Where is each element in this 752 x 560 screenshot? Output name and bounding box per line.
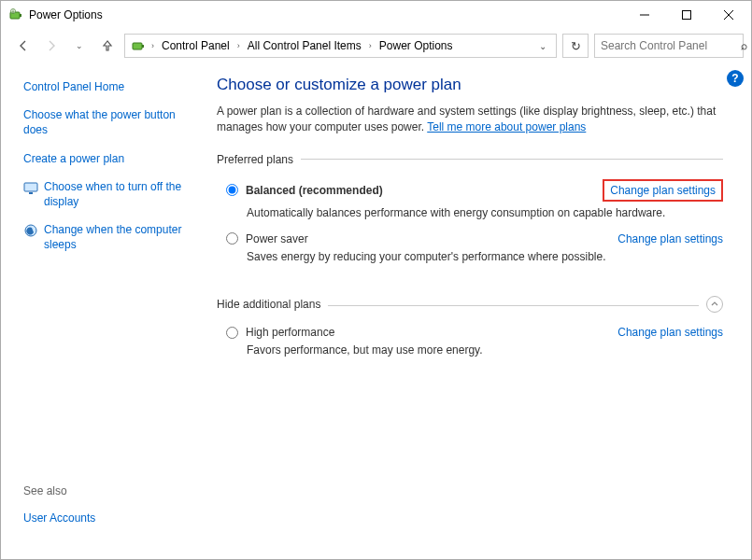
title-bar: Power Options bbox=[1, 1, 751, 29]
chevron-right-icon[interactable]: › bbox=[149, 41, 156, 50]
control-panel-home-link[interactable]: Control Panel Home bbox=[23, 79, 189, 94]
window-title: Power Options bbox=[29, 8, 623, 21]
sidebar: Control Panel Home Choose what the power… bbox=[1, 63, 202, 560]
plan-balanced-label[interactable]: Balanced (recommended) bbox=[246, 184, 383, 197]
sidebar-link-turn-off-display[interactable]: Choose when to turn off the display bbox=[44, 179, 189, 209]
address-bar[interactable]: › Control Panel › All Control Panel Item… bbox=[124, 34, 557, 58]
see-also-heading: See also bbox=[23, 484, 189, 497]
power-options-icon bbox=[8, 7, 23, 22]
change-plan-settings-balanced[interactable]: Change plan settings bbox=[603, 179, 723, 202]
chevron-right-icon[interactable]: › bbox=[235, 41, 242, 50]
close-button[interactable] bbox=[707, 2, 749, 29]
plan-balanced-radio[interactable] bbox=[226, 184, 238, 196]
change-plan-settings-powersaver[interactable]: Change plan settings bbox=[617, 232, 723, 245]
breadcrumb-power-options[interactable]: Power Options bbox=[376, 37, 457, 54]
svg-rect-10 bbox=[29, 192, 33, 194]
plan-powersaver: Power saver Change plan settings Saves e… bbox=[217, 229, 723, 273]
plan-highperf-label[interactable]: High performance bbox=[246, 326, 334, 339]
sidebar-link-user-accounts[interactable]: User Accounts bbox=[23, 511, 189, 525]
page-description: A power plan is a collection of hardware… bbox=[217, 104, 723, 136]
plan-powersaver-desc: Saves energy by reducing your computer's… bbox=[226, 245, 723, 265]
refresh-button[interactable]: ↻ bbox=[562, 34, 589, 58]
display-off-icon bbox=[23, 180, 38, 195]
plan-powersaver-radio[interactable] bbox=[226, 232, 238, 245]
change-plan-settings-highperf[interactable]: Change plan settings bbox=[617, 326, 723, 339]
sidebar-link-computer-sleeps[interactable]: Change when the computer sleeps bbox=[44, 222, 189, 252]
collapse-additional-plans-button[interactable] bbox=[706, 296, 723, 313]
nav-row: ⌄ › Control Panel › All Control Panel It… bbox=[1, 29, 751, 63]
svg-rect-1 bbox=[20, 14, 21, 17]
back-button[interactable] bbox=[12, 35, 35, 57]
page-heading: Choose or customize a power plan bbox=[217, 76, 723, 94]
preferred-plans-group: Preferred plans Balanced (recommended) C… bbox=[217, 153, 723, 280]
plan-balanced-desc: Automatically balances performance with … bbox=[226, 202, 723, 221]
recent-locations-button[interactable]: ⌄ bbox=[68, 35, 91, 57]
maximize-button[interactable] bbox=[665, 2, 707, 29]
breadcrumb-control-panel[interactable]: Control Panel bbox=[158, 37, 234, 54]
plan-highperf-radio[interactable] bbox=[226, 327, 238, 339]
address-icon bbox=[131, 38, 146, 53]
additional-plans-group: Hide additional plans High performance C… bbox=[217, 296, 723, 373]
chevron-right-icon[interactable]: › bbox=[367, 41, 374, 50]
preferred-plans-legend: Preferred plans bbox=[217, 153, 301, 166]
minimize-button[interactable] bbox=[623, 2, 665, 29]
hide-additional-plans-legend: Hide additional plans bbox=[217, 298, 328, 311]
forward-button[interactable] bbox=[40, 35, 63, 57]
svg-rect-4 bbox=[682, 11, 690, 20]
svg-rect-7 bbox=[133, 43, 142, 49]
plan-balanced: Balanced (recommended) Change plan setti… bbox=[217, 175, 723, 229]
sleep-icon bbox=[23, 223, 38, 238]
svg-rect-9 bbox=[24, 183, 37, 191]
tell-me-more-link[interactable]: Tell me more about power plans bbox=[427, 120, 586, 133]
plan-highperf: High performance Change plan settings Fa… bbox=[217, 322, 723, 366]
plan-powersaver-label[interactable]: Power saver bbox=[246, 232, 308, 245]
search-box[interactable]: ⌕ bbox=[594, 34, 744, 58]
plan-highperf-desc: Favors performance, but may use more ene… bbox=[226, 339, 723, 358]
search-input[interactable] bbox=[601, 39, 741, 52]
breadcrumb-all-items[interactable]: All Control Panel Items bbox=[244, 37, 365, 54]
help-icon[interactable]: ? bbox=[727, 70, 744, 87]
sidebar-link-create-plan[interactable]: Create a power plan bbox=[23, 151, 189, 166]
svg-rect-8 bbox=[142, 45, 144, 48]
sidebar-link-power-button[interactable]: Choose what the power button does bbox=[23, 107, 189, 137]
up-button[interactable] bbox=[96, 35, 119, 57]
content-pane: ? Choose or customize a power plan A pow… bbox=[202, 63, 751, 560]
address-dropdown-icon[interactable]: ⌄ bbox=[535, 41, 552, 51]
search-icon[interactable]: ⌕ bbox=[741, 39, 747, 52]
